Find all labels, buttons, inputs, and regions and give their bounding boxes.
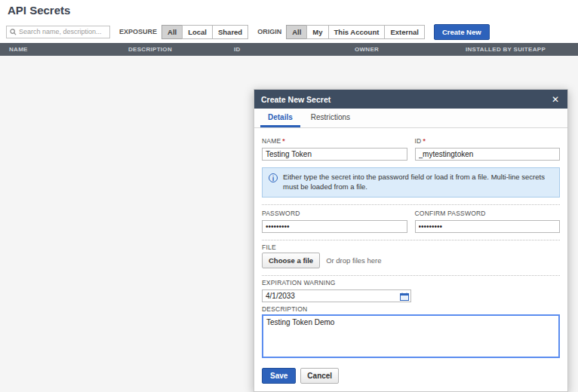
modal-header: Create New Secret xyxy=(254,90,567,109)
calendar-icon[interactable] xyxy=(400,290,409,299)
origin-option-external[interactable]: External xyxy=(384,25,425,39)
create-new-secret-modal: Create New Secret Details Restrictions N… xyxy=(254,89,568,392)
drop-files-hint: Or drop files here xyxy=(326,256,381,265)
id-field[interactable] xyxy=(415,148,561,161)
info-icon xyxy=(269,173,278,182)
search-icon xyxy=(10,29,17,35)
secrets-table-header: NAME DESCRIPTION ID OWNER INSTALLED BY S… xyxy=(0,43,578,56)
column-header-owner[interactable]: OWNER xyxy=(346,46,457,53)
column-header-name[interactable]: NAME xyxy=(0,46,119,53)
origin-option-this-account[interactable]: This Account xyxy=(328,25,386,39)
password-field[interactable] xyxy=(262,220,407,233)
confirm-password-field[interactable] xyxy=(415,220,561,233)
section-divider xyxy=(262,240,560,240)
id-field-label: ID* xyxy=(415,137,561,145)
origin-option-my[interactable]: My xyxy=(306,25,328,39)
cancel-button[interactable]: Cancel xyxy=(300,368,339,384)
page-title: API Secrets xyxy=(8,4,70,17)
tab-restrictions[interactable]: Restrictions xyxy=(303,109,358,127)
create-new-button[interactable]: Create New xyxy=(434,24,490,40)
required-marker: * xyxy=(282,137,285,145)
modal-tabs: Details Restrictions xyxy=(254,109,567,128)
name-field[interactable] xyxy=(262,148,407,161)
exposure-option-local[interactable]: Local xyxy=(182,25,213,39)
column-header-installed-by-suiteapp[interactable]: INSTALLED BY SUITEAPP xyxy=(457,46,578,53)
exposure-filter-label: EXPOSURE xyxy=(119,28,157,35)
tab-details[interactable]: Details xyxy=(260,109,300,127)
password-field-label: PASSWORD xyxy=(262,210,407,217)
filters-toolbar: EXPOSURE All Local Shared ORIGIN All My … xyxy=(6,24,572,39)
description-field[interactable]: Testing Token Demo xyxy=(262,314,560,358)
info-message: Either type the secret into the password… xyxy=(262,167,560,198)
exposure-filter-group: All Local Shared xyxy=(161,25,248,39)
info-message-text: Either type the secret into the password… xyxy=(283,173,553,192)
origin-filter-label: ORIGIN xyxy=(257,28,281,35)
section-divider xyxy=(262,204,560,205)
close-icon[interactable] xyxy=(550,94,561,105)
origin-option-all[interactable]: All xyxy=(286,25,307,39)
save-button[interactable]: Save xyxy=(262,368,296,384)
search-input[interactable] xyxy=(19,28,106,35)
search-box[interactable] xyxy=(6,26,110,38)
choose-file-button[interactable]: Choose a file xyxy=(262,253,320,268)
required-marker: * xyxy=(423,137,426,145)
name-field-label: NAME* xyxy=(262,137,407,145)
api-secrets-page: API Secrets EXPOSURE All Local Shared OR… xyxy=(0,0,578,392)
exposure-option-all[interactable]: All xyxy=(161,25,183,39)
origin-filter-group: All My This Account External xyxy=(286,25,425,39)
expiration-warning-field[interactable] xyxy=(262,289,411,302)
exposure-option-shared[interactable]: Shared xyxy=(212,25,248,39)
modal-title: Create New Secret xyxy=(261,95,550,104)
section-divider xyxy=(262,275,560,276)
description-field-label: DESCRIPTION xyxy=(262,305,560,313)
modal-body: NAME* ID* Either type the secret into th… xyxy=(254,128,567,391)
expiration-warning-label: EXPIRATION WARNING xyxy=(262,279,560,286)
column-header-description[interactable]: DESCRIPTION xyxy=(119,46,225,53)
confirm-password-field-label: CONFIRM PASSWORD xyxy=(415,210,561,217)
column-header-id[interactable]: ID xyxy=(225,46,346,53)
file-field-label: FILE xyxy=(262,243,560,251)
